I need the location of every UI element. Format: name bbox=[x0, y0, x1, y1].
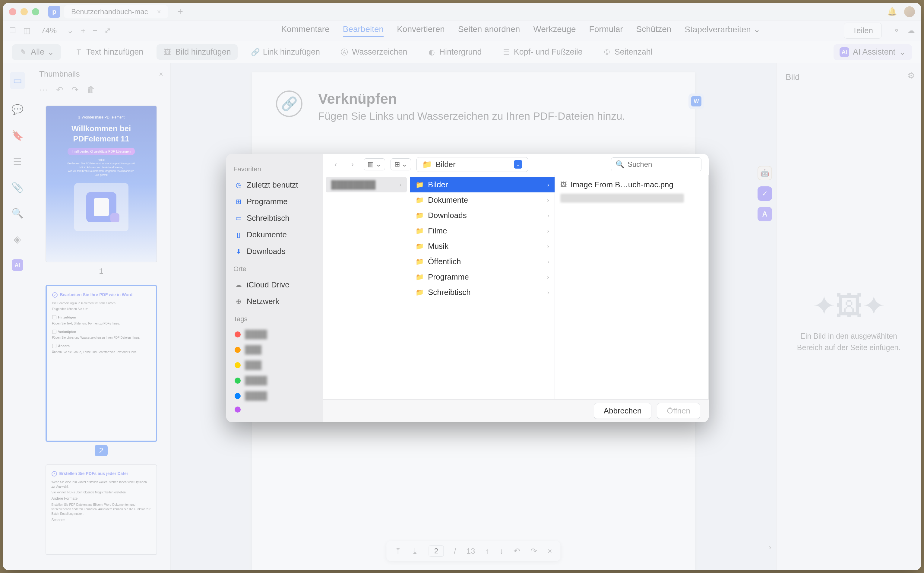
search-field[interactable]: 🔍 bbox=[611, 157, 702, 171]
tag-red[interactable]: ████ bbox=[231, 328, 317, 341]
path-dropdown[interactable]: 📁 Bilder ⌄ bbox=[416, 157, 528, 172]
stack-tab-icon[interactable]: ◈ bbox=[14, 233, 21, 245]
folder-filme[interactable]: 📁Filme› bbox=[410, 223, 555, 238]
first-page-icon[interactable]: ⤒ bbox=[395, 546, 402, 556]
close-panel-icon[interactable]: × bbox=[159, 70, 163, 78]
sidebar-network[interactable]: ⊕Netzwerk bbox=[231, 294, 317, 308]
check-tool-icon[interactable]: ✓ bbox=[758, 186, 772, 201]
thumbnail-page-1[interactable]: ▯Wondershare PDFelement Willkommen beiPD… bbox=[45, 106, 157, 276]
tag-orange[interactable]: ███ bbox=[231, 343, 317, 356]
header-footer-button[interactable]: ☰Kopf- und Fußzeile bbox=[495, 44, 589, 60]
open-button[interactable]: Öffnen bbox=[657, 403, 700, 419]
folder-downloads[interactable]: 📁Downloads› bbox=[410, 208, 555, 223]
view-columns-button[interactable]: ▥ ⌄ bbox=[364, 158, 385, 171]
zoom-dropdown-icon[interactable]: ⌄ bbox=[67, 26, 73, 35]
rotate-right-icon[interactable]: ↷ bbox=[72, 85, 78, 95]
page-number-button[interactable]: ①Seitenzahl bbox=[596, 44, 659, 60]
back-icon[interactable]: ‹ bbox=[330, 159, 341, 170]
tag-green[interactable]: ████ bbox=[231, 374, 317, 387]
thumbnail-page-2[interactable]: ✓Bearbeiten Sie Ihre PDF wie in Word Die… bbox=[45, 285, 157, 456]
menu-schuetzen[interactable]: Schützen bbox=[636, 24, 672, 37]
tag-yellow[interactable]: ███ bbox=[231, 359, 317, 371]
last-page-icon[interactable]: ⤓ bbox=[412, 546, 418, 556]
new-tab-button[interactable]: + bbox=[174, 6, 186, 17]
menu-konvertieren[interactable]: Konvertieren bbox=[397, 24, 445, 37]
chevron-right-icon: › bbox=[547, 243, 549, 250]
file-item[interactable]: 🖼Image From B…uch-mac.png bbox=[555, 177, 708, 193]
sidebar-toggle-icon[interactable]: ☐ bbox=[9, 26, 16, 35]
close-window-icon[interactable] bbox=[9, 8, 16, 16]
close-bar-icon[interactable]: × bbox=[547, 546, 552, 556]
menu-formular[interactable]: Formular bbox=[589, 24, 623, 37]
menu-seiten-anordnen[interactable]: Seiten anordnen bbox=[458, 24, 520, 37]
expand-right-icon[interactable]: › bbox=[769, 543, 771, 552]
thumbnail-page-3[interactable]: ✓Erstellen Sie PDFs aus jeder Datei Wenn… bbox=[45, 465, 157, 555]
attachments-tab-icon[interactable]: 📎 bbox=[11, 182, 23, 193]
user-avatar[interactable] bbox=[904, 6, 915, 17]
sidebar-icloud[interactable]: ☁iCloud Drive bbox=[231, 278, 317, 292]
menu-werkzeuge[interactable]: Werkzeuge bbox=[533, 24, 576, 37]
ai-assistant-button[interactable]: AI AI Assistent ⌄ bbox=[833, 44, 912, 60]
sidebar-downloads[interactable]: ⬇Downloads bbox=[231, 244, 317, 258]
panel-toggle-icon[interactable]: ◫ bbox=[23, 26, 31, 35]
fullscreen-window-icon[interactable] bbox=[32, 8, 39, 16]
cancel-button[interactable]: Abbrechen bbox=[594, 403, 652, 419]
background-button[interactable]: ◐Hintergrund bbox=[421, 44, 489, 60]
watermark-button[interactable]: ⒶWasserzeichen bbox=[333, 44, 414, 60]
share-button[interactable]: Teilen bbox=[844, 23, 882, 39]
word-export-badge[interactable]: W bbox=[688, 94, 704, 109]
zoom-in-icon[interactable]: + bbox=[81, 26, 85, 35]
folder-dokumente[interactable]: 📁Dokumente› bbox=[410, 193, 555, 208]
thumbnails-tab-icon[interactable]: ▭ bbox=[10, 72, 25, 89]
text-add-button[interactable]: TText hinzufügen bbox=[67, 44, 150, 60]
green-dot-icon bbox=[235, 377, 241, 384]
settings-icon[interactable]: ⚙ bbox=[907, 70, 915, 80]
forward-icon[interactable]: › bbox=[347, 159, 358, 170]
sidebar-recent[interactable]: ◷Zuletzt benutzt bbox=[231, 178, 317, 192]
zoom-out-icon[interactable]: − bbox=[92, 26, 97, 35]
image-add-button[interactable]: 🖼Bild hinzufügen bbox=[156, 44, 238, 60]
share-network-icon[interactable]: ⚬ bbox=[893, 26, 900, 35]
notifications-icon[interactable]: 🔔 bbox=[887, 7, 897, 16]
menu-stapel[interactable]: Stapelverarbeiten ⌄ bbox=[685, 24, 760, 37]
search-input[interactable] bbox=[628, 160, 709, 169]
document-tab[interactable]: Benutzerhandbuch-mac × bbox=[64, 5, 168, 19]
next-page-icon[interactable]: ↓ bbox=[499, 546, 503, 556]
rotate-left-icon[interactable]: ↶ bbox=[56, 85, 63, 95]
undo-icon[interactable]: ↶ bbox=[514, 546, 520, 556]
folder-oeffentlich[interactable]: 📁Öffentlich› bbox=[410, 254, 555, 269]
page-input[interactable] bbox=[428, 545, 444, 557]
comments-tab-icon[interactable]: 💬 bbox=[11, 104, 23, 115]
menu-kommentare[interactable]: Kommentare bbox=[281, 24, 329, 37]
ai-float-icon[interactable]: A bbox=[758, 207, 772, 221]
sidebar-desktop[interactable]: ▭Schreibtisch bbox=[231, 211, 317, 225]
layers-tab-icon[interactable]: ☰ bbox=[13, 156, 22, 167]
sidebar-apps[interactable]: ⊞Programme bbox=[231, 194, 317, 209]
alle-dropdown[interactable]: ✎ Alle ⌄ bbox=[12, 44, 61, 60]
link-add-button[interactable]: 🔗Link hinzufügen bbox=[244, 44, 327, 60]
menu-bearbeiten[interactable]: Bearbeiten bbox=[343, 24, 384, 37]
prev-page-icon[interactable]: ↑ bbox=[485, 546, 489, 556]
bookmarks-tab-icon[interactable]: 🔖 bbox=[11, 130, 23, 141]
cloud-upload-icon[interactable]: ☁ bbox=[907, 26, 915, 35]
zoom-level[interactable]: 74% bbox=[41, 26, 57, 35]
view-grid-button[interactable]: ⊞ ⌄ bbox=[391, 158, 411, 171]
tag-purple[interactable] bbox=[231, 405, 317, 414]
col1-selected-item[interactable]: ████████› bbox=[326, 177, 407, 193]
close-tab-icon[interactable]: × bbox=[157, 8, 161, 16]
folder-programme[interactable]: 📁Programme› bbox=[410, 269, 555, 285]
folder-bilder[interactable]: 📁Bilder› bbox=[410, 177, 555, 193]
delete-icon[interactable]: 🗑 bbox=[87, 85, 95, 95]
redo-icon[interactable]: ↷ bbox=[530, 546, 537, 556]
folder-schreibtisch[interactable]: 📁Schreibtisch› bbox=[410, 285, 555, 300]
sidebar-documents[interactable]: ▯Dokumente bbox=[231, 228, 317, 242]
minimize-window-icon[interactable] bbox=[20, 8, 28, 16]
tag-blue[interactable]: ████ bbox=[231, 389, 317, 402]
ai-robot-icon[interactable]: 🤖 bbox=[758, 166, 772, 180]
ai-tab-icon[interactable]: AI bbox=[12, 259, 23, 271]
redacted-file[interactable] bbox=[560, 194, 684, 203]
search-tab-icon[interactable]: 🔍 bbox=[11, 208, 23, 219]
fit-icon[interactable]: ⤢ bbox=[104, 26, 111, 35]
more-icon[interactable]: ⋯ bbox=[39, 85, 48, 95]
folder-musik[interactable]: 📁Musik› bbox=[410, 238, 555, 254]
